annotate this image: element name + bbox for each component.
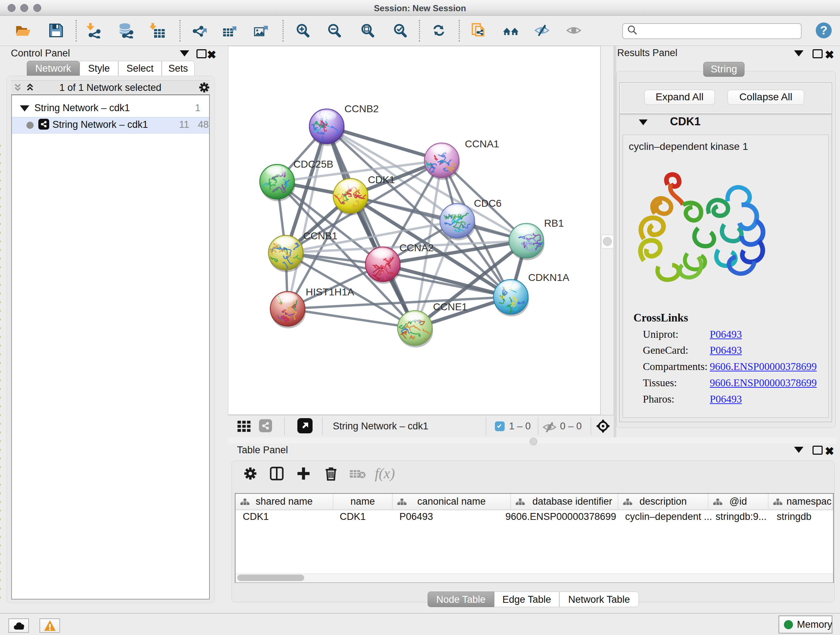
svg-text:CDC6: CDC6 xyxy=(474,198,501,209)
svg-text:CCNE1: CCNE1 xyxy=(433,301,467,312)
svg-text:CDC25B: CDC25B xyxy=(294,158,333,170)
svg-text:RB1: RB1 xyxy=(544,218,564,229)
svg-text:CCNB1: CCNB1 xyxy=(303,230,338,241)
svg-text:CCNA1: CCNA1 xyxy=(465,138,499,149)
svg-text:HIST1H1A: HIST1H1A xyxy=(306,287,354,298)
svg-text:CCNB2: CCNB2 xyxy=(344,103,379,114)
svg-text:CDK1: CDK1 xyxy=(368,174,395,185)
svg-text:CDKN1A: CDKN1A xyxy=(528,272,569,283)
svg-text:CCNA2: CCNA2 xyxy=(399,242,434,253)
